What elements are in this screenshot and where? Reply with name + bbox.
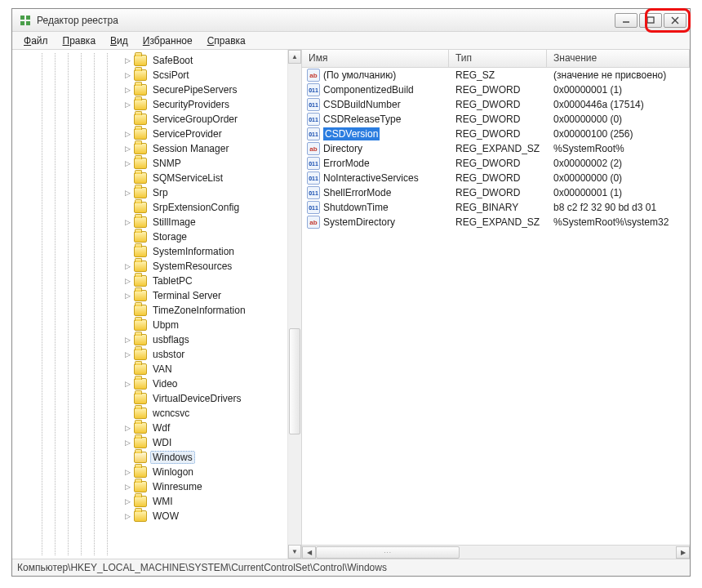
expand-icon[interactable]: ▷ bbox=[122, 380, 132, 388]
close-button[interactable] bbox=[664, 13, 686, 28]
tree-item[interactable]: ▷ServiceProvider bbox=[12, 127, 301, 141]
value-row[interactable]: 011CSDBuildNumberREG_DWORD0x0000446a (17… bbox=[302, 97, 690, 112]
tree-item[interactable]: SystemInformation bbox=[12, 244, 301, 259]
expand-icon[interactable]: ▷ bbox=[122, 262, 132, 270]
tree-item[interactable]: Windows bbox=[12, 450, 301, 465]
value-row[interactable]: 011ComponentizedBuildREG_DWORD0x00000001… bbox=[302, 82, 690, 97]
value-data: %SystemRoot% bbox=[547, 143, 690, 154]
scroll-thumb[interactable]: ··· bbox=[316, 546, 460, 559]
tree-item[interactable]: ▷SNMP bbox=[12, 156, 301, 171]
expand-icon[interactable]: ▷ bbox=[122, 512, 132, 520]
tree-item[interactable]: ▷WOW bbox=[12, 509, 301, 523]
minimize-button[interactable] bbox=[615, 13, 638, 28]
tree-item[interactable]: Ubpm bbox=[12, 318, 301, 332]
tree-item[interactable]: SQMServiceList bbox=[12, 171, 301, 185]
tree-item[interactable]: ▷TabletPC bbox=[12, 274, 301, 288]
reg-binary-icon: 011 bbox=[307, 201, 320, 214]
expand-icon[interactable]: ▷ bbox=[122, 189, 132, 197]
expand-icon[interactable]: ▷ bbox=[122, 145, 132, 153]
expand-icon[interactable]: ▷ bbox=[122, 350, 132, 359]
tree-item[interactable]: ▷Session Manager bbox=[12, 141, 301, 156]
value-row[interactable]: abDirectoryREG_EXPAND_SZ%SystemRoot% bbox=[302, 141, 690, 156]
folder-icon bbox=[134, 172, 147, 184]
tree-item-label: ServiceGroupOrder bbox=[150, 113, 240, 126]
tree-item[interactable]: ▷SecurePipeServers bbox=[12, 82, 301, 97]
scroll-track[interactable]: ··· bbox=[316, 546, 676, 559]
tree-vertical-scrollbar[interactable]: ▲ ▼ bbox=[287, 50, 301, 559]
tree-item[interactable]: ▷ScsiPort bbox=[12, 68, 301, 82]
column-header-type[interactable]: Тип bbox=[449, 50, 547, 67]
folder-icon bbox=[134, 187, 147, 198]
tree-item[interactable]: ▷usbstor bbox=[12, 347, 301, 362]
expand-icon[interactable]: ▷ bbox=[122, 424, 132, 432]
column-header-data[interactable]: Значение bbox=[547, 50, 690, 67]
expand-icon[interactable]: ▷ bbox=[122, 218, 132, 226]
tree-item[interactable]: Storage bbox=[12, 229, 301, 244]
expand-icon[interactable]: ▷ bbox=[122, 439, 132, 447]
menu-item[interactable]: Файл bbox=[17, 33, 55, 48]
menu-item[interactable]: Вид bbox=[104, 33, 135, 48]
scroll-thumb[interactable] bbox=[289, 328, 300, 434]
expand-icon[interactable]: ▷ bbox=[122, 86, 132, 94]
folder-icon bbox=[134, 55, 147, 66]
tree-item[interactable]: ▷Wdf bbox=[12, 421, 301, 435]
folder-icon bbox=[134, 231, 147, 243]
tree-item[interactable]: ▷Video bbox=[12, 376, 301, 391]
menu-item[interactable]: Правка bbox=[56, 33, 103, 48]
expand-icon[interactable]: ▷ bbox=[122, 292, 132, 300]
expand-icon[interactable]: ▷ bbox=[122, 100, 132, 109]
tree-item[interactable]: ServiceGroupOrder bbox=[12, 112, 301, 127]
list-horizontal-scrollbar[interactable]: ◀ ··· ▶ bbox=[302, 545, 690, 559]
statusbar-path: Компьютер\HKEY_LOCAL_MACHINE\SYSTEM\Curr… bbox=[17, 562, 387, 573]
value-name: NoInteractiveServices bbox=[323, 172, 419, 184]
tree-pane[interactable]: ▷SafeBoot▷ScsiPort▷SecurePipeServers▷Sec… bbox=[12, 50, 302, 559]
svg-rect-1 bbox=[26, 16, 30, 20]
menu-item[interactable]: Избранное bbox=[136, 33, 199, 48]
value-row[interactable]: 011CSDVersionREG_DWORD0x00000100 (256) bbox=[302, 127, 690, 141]
expand-icon[interactable]: ▷ bbox=[122, 277, 132, 285]
tree-item[interactable]: SrpExtensionConfig bbox=[12, 200, 301, 215]
value-row[interactable]: 011ErrorModeREG_DWORD0x00000002 (2) bbox=[302, 156, 690, 171]
value-row[interactable]: abSystemDirectoryREG_EXPAND_SZ%SystemRoo… bbox=[302, 215, 690, 229]
tree-item[interactable]: ▷WDI bbox=[12, 435, 301, 450]
expand-icon[interactable]: ▷ bbox=[122, 497, 132, 506]
menu-item[interactable]: Справка bbox=[201, 33, 252, 48]
tree-item[interactable]: VAN bbox=[12, 362, 301, 376]
scroll-right-button[interactable]: ▶ bbox=[676, 546, 690, 559]
expand-icon[interactable]: ▷ bbox=[122, 468, 132, 476]
tree-item[interactable]: ▷usbflags bbox=[12, 332, 301, 347]
scroll-down-button[interactable]: ▼ bbox=[288, 545, 301, 559]
tree-item[interactable]: ▷Winlogon bbox=[12, 465, 301, 479]
tree-item[interactable]: ▷SystemResources bbox=[12, 259, 301, 274]
list-body[interactable]: ab(По умолчанию)REG_SZ(значение не присв… bbox=[302, 68, 690, 545]
column-header-name[interactable]: Имя bbox=[302, 50, 449, 67]
tree-item[interactable]: ▷SecurityProviders bbox=[12, 97, 301, 112]
maximize-button[interactable] bbox=[639, 13, 662, 28]
value-row[interactable]: 011CSDReleaseTypeREG_DWORD0x00000000 (0) bbox=[302, 112, 690, 127]
value-row[interactable]: ab(По умолчанию)REG_SZ(значение не присв… bbox=[302, 68, 690, 82]
value-row[interactable]: 011NoInteractiveServicesREG_DWORD0x00000… bbox=[302, 171, 690, 185]
tree-item[interactable]: ▷StillImage bbox=[12, 215, 301, 229]
tree-item[interactable]: ▷WMI bbox=[12, 494, 301, 509]
titlebar[interactable]: Редактор реестра bbox=[12, 9, 690, 32]
expand-icon[interactable]: ▷ bbox=[122, 56, 132, 65]
tree-item[interactable]: ▷Srp bbox=[12, 185, 301, 200]
list-header[interactable]: Имя Тип Значение bbox=[302, 50, 690, 68]
value-row[interactable]: 011ShutdownTimeREG_BINARYb8 c2 f2 32 90 … bbox=[302, 200, 690, 215]
tree-item[interactable]: ▷SafeBoot bbox=[12, 53, 301, 68]
tree-item[interactable]: wcncsvc bbox=[12, 406, 301, 421]
tree-item[interactable]: TimeZoneInformation bbox=[12, 303, 301, 318]
scroll-left-button[interactable]: ◀ bbox=[302, 546, 316, 559]
tree-item[interactable]: ▷Terminal Server bbox=[12, 288, 301, 303]
expand-icon[interactable]: ▷ bbox=[122, 130, 132, 138]
expand-icon[interactable]: ▷ bbox=[122, 483, 132, 491]
expand-icon[interactable]: ▷ bbox=[122, 71, 132, 79]
value-data: %SystemRoot%\system32 bbox=[547, 216, 690, 228]
scroll-track[interactable] bbox=[288, 64, 301, 545]
expand-icon[interactable]: ▷ bbox=[122, 159, 132, 167]
scroll-up-button[interactable]: ▲ bbox=[288, 50, 301, 64]
expand-icon[interactable]: ▷ bbox=[122, 336, 132, 344]
tree-item[interactable]: VirtualDeviceDrivers bbox=[12, 391, 301, 406]
tree-item[interactable]: ▷Winresume bbox=[12, 479, 301, 494]
value-row[interactable]: 011ShellErrorModeREG_DWORD0x00000001 (1) bbox=[302, 185, 690, 200]
